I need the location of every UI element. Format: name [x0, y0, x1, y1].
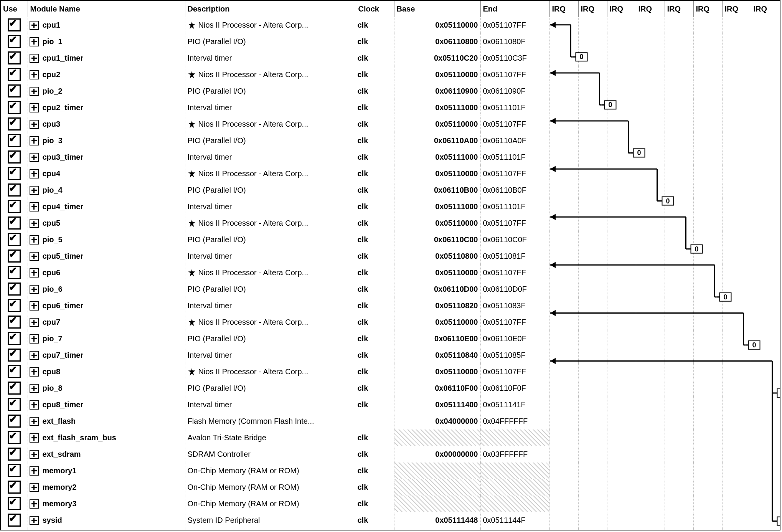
expand-icon[interactable]	[30, 450, 39, 459]
module-clock[interactable]: clk	[358, 219, 368, 227]
module-clock[interactable]: clk	[358, 433, 368, 442]
expand-icon[interactable]	[30, 351, 39, 360]
expand-icon[interactable]	[30, 37, 39, 46]
module-clock[interactable]: clk	[358, 301, 368, 310]
module-base-address[interactable]: 0x05111000	[435, 202, 478, 211]
expand-icon[interactable]	[30, 21, 39, 30]
module-base-address[interactable]: 0x05110000	[435, 21, 478, 29]
expand-icon[interactable]	[30, 219, 39, 228]
header-irq-4[interactable]: IRQ	[665, 1, 693, 17]
expand-icon[interactable]	[30, 87, 39, 96]
expand-icon[interactable]	[30, 417, 39, 426]
header-description[interactable]: Description	[185, 1, 356, 17]
module-clock[interactable]: clk	[358, 136, 368, 145]
use-checkbox[interactable]	[8, 431, 21, 444]
module-base-address[interactable]: 0x05110000	[435, 120, 478, 128]
expand-icon[interactable]	[30, 334, 39, 344]
expand-icon[interactable]	[30, 433, 39, 443]
use-checkbox[interactable]	[8, 398, 21, 411]
expand-icon[interactable]	[30, 54, 39, 63]
module-base-address[interactable]: 0x00000000	[435, 450, 478, 458]
expand-icon[interactable]	[30, 483, 39, 492]
header-irq-3[interactable]: IRQ	[636, 1, 665, 17]
use-checkbox[interactable]	[8, 266, 21, 279]
module-clock[interactable]: clk	[358, 54, 368, 62]
module-base-address[interactable]: 0x04000000	[435, 417, 478, 425]
use-checkbox[interactable]	[8, 200, 21, 213]
expand-icon[interactable]	[30, 499, 39, 509]
use-checkbox[interactable]	[8, 249, 21, 263]
module-base-address[interactable]: 0x06110B00	[434, 186, 478, 194]
use-checkbox[interactable]	[8, 101, 21, 114]
module-base-address[interactable]: 0x05110000	[435, 70, 478, 79]
module-clock[interactable]: clk	[358, 334, 368, 343]
module-clock[interactable]: clk	[358, 450, 368, 458]
module-base-address[interactable]: 0x05111400	[435, 400, 478, 409]
module-clock[interactable]: clk	[358, 351, 368, 359]
module-clock[interactable]: clk	[358, 87, 368, 95]
use-checkbox[interactable]	[8, 134, 21, 147]
module-base-address[interactable]: 0x05110000	[435, 268, 478, 277]
module-base-address[interactable]: 0x05110000	[435, 318, 478, 326]
expand-icon[interactable]	[30, 169, 39, 178]
use-checkbox[interactable]	[8, 183, 21, 197]
header-end[interactable]: End	[480, 1, 549, 17]
use-checkbox[interactable]	[8, 216, 21, 230]
module-base-address[interactable]: 0x05111000	[435, 103, 478, 112]
header-irq-5[interactable]: IRQ	[693, 1, 722, 17]
module-clock[interactable]: clk	[358, 235, 368, 244]
module-clock[interactable]: clk	[358, 499, 368, 508]
header-use[interactable]: Use	[1, 1, 28, 17]
module-clock[interactable]: clk	[358, 516, 368, 524]
expand-icon[interactable]	[30, 516, 39, 525]
module-base-address[interactable]: 0x05110000	[435, 169, 478, 178]
header-irq-1[interactable]: IRQ	[578, 1, 607, 17]
module-base-address[interactable]: 0x05110000	[435, 219, 478, 227]
module-clock[interactable]: clk	[358, 37, 368, 46]
expand-icon[interactable]	[30, 120, 39, 129]
expand-icon[interactable]	[30, 400, 39, 410]
module-clock[interactable]: clk	[358, 169, 368, 178]
header-irq-0[interactable]: IRQ	[549, 1, 578, 17]
expand-icon[interactable]	[30, 466, 39, 476]
expand-icon[interactable]	[30, 384, 39, 393]
expand-icon[interactable]	[30, 153, 39, 162]
module-base-address[interactable]: 0x06110A00	[434, 136, 478, 145]
use-checkbox[interactable]	[8, 117, 21, 131]
module-clock[interactable]: clk	[358, 120, 368, 128]
module-base-address[interactable]: 0x05110000	[435, 367, 478, 376]
module-base-address[interactable]: 0x05111448	[435, 516, 478, 524]
module-base-address[interactable]: 0x06110F00	[435, 384, 478, 392]
expand-icon[interactable]	[30, 202, 39, 211]
header-irq-7[interactable]: IRQ	[751, 1, 780, 17]
expand-icon[interactable]	[30, 285, 39, 294]
module-clock[interactable]: clk	[358, 318, 368, 326]
expand-icon[interactable]	[30, 103, 39, 112]
expand-icon[interactable]	[30, 318, 39, 327]
use-checkbox[interactable]	[8, 18, 21, 31]
module-clock[interactable]: clk	[358, 483, 368, 491]
use-checkbox[interactable]	[8, 464, 21, 477]
use-checkbox[interactable]	[8, 382, 21, 395]
module-base-address[interactable]: 0x06110E00	[434, 334, 478, 343]
use-checkbox[interactable]	[8, 167, 21, 180]
use-checkbox[interactable]	[8, 299, 21, 312]
use-checkbox[interactable]	[8, 150, 21, 164]
module-base-address[interactable]: 0x05110C20	[434, 54, 478, 62]
use-checkbox[interactable]	[8, 365, 21, 378]
expand-icon[interactable]	[30, 268, 39, 278]
module-clock[interactable]: clk	[358, 21, 368, 29]
use-checkbox[interactable]	[8, 514, 21, 527]
header-irq-6[interactable]: IRQ	[722, 1, 751, 17]
expand-icon[interactable]	[30, 367, 39, 377]
header-clock[interactable]: Clock	[356, 1, 394, 17]
module-base-address[interactable]: 0x06110D00	[434, 285, 478, 293]
module-base-address[interactable]: 0x05110840	[435, 351, 478, 359]
expand-icon[interactable]	[30, 252, 39, 261]
expand-icon[interactable]	[30, 70, 39, 79]
module-base-address[interactable]: 0x05110820	[435, 301, 478, 310]
module-clock[interactable]: clk	[358, 103, 368, 112]
use-checkbox[interactable]	[8, 530, 21, 530]
use-checkbox[interactable]	[8, 51, 21, 64]
module-base-address[interactable]: 0x06110900	[435, 87, 478, 95]
